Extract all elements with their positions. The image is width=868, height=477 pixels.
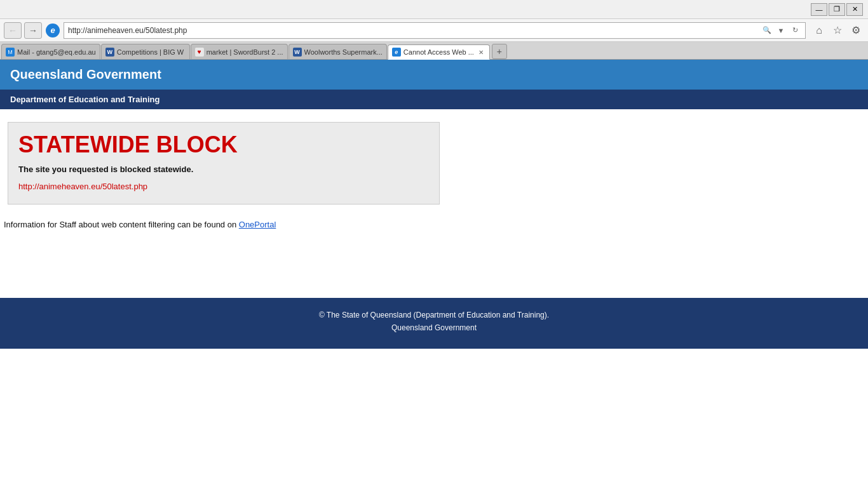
address-bar[interactable]: 🔍 ▼ ↻	[64, 22, 806, 39]
forward-button[interactable]: →	[24, 22, 42, 39]
ie-logo-icon: e	[46, 24, 60, 37]
footer-line2: Queensland Government	[6, 323, 862, 332]
footer-line1: © The State of Queensland (Department of…	[6, 311, 862, 319]
tab-label-market: market | SwordBurst 2 ...	[207, 48, 283, 56]
block-title: STATEWIDE BLOCK	[18, 131, 429, 158]
blocked-url-link[interactable]: http://animeheaven.eu/50latest.php	[18, 182, 147, 191]
tab-label-mail: Mail - gtang5@eq.edu.au	[17, 48, 96, 56]
page-header-dark: Department of Education and Training	[0, 90, 868, 109]
minimize-button[interactable]: —	[811, 3, 827, 16]
window-chrome: — ❐ ✕	[0, 0, 868, 19]
info-text: Information for Staff about web content …	[0, 210, 868, 239]
tab-favicon-woolworths: W	[293, 48, 302, 57]
tab-label-competitions: Competitions | BIG W	[117, 48, 186, 56]
tab-market[interactable]: ♥ market | SwordBurst 2 ...	[191, 44, 288, 59]
toolbar-right-buttons: ⌂ ☆ ⚙	[811, 22, 864, 39]
info-text-before: Information for Staff about web content …	[4, 220, 239, 229]
tab-label-cannot-access: Cannot Access Web ...	[403, 48, 474, 56]
close-button[interactable]: ✕	[846, 3, 863, 16]
tab-favicon-competitions: W	[105, 48, 114, 57]
department-label: Department of Education and Training	[10, 95, 159, 104]
tabs-bar: M Mail - gtang5@eq.edu.au W Competitions…	[0, 42, 868, 60]
browser-toolbar: ← → e 🔍 ▼ ↻ ⌂ ☆ ⚙	[0, 19, 868, 42]
settings-icon[interactable]: ⚙	[848, 22, 864, 39]
home-icon[interactable]: ⌂	[811, 22, 827, 39]
maximize-button[interactable]: ❐	[829, 3, 845, 16]
page-header-blue: Queensland Government	[0, 60, 868, 90]
tab-close-button[interactable]: ✕	[477, 48, 485, 57]
tab-favicon-market: ♥	[195, 48, 204, 57]
block-message: The site you requested is blocked statew…	[18, 165, 429, 174]
tab-favicon-mail: M	[6, 48, 15, 57]
address-input[interactable]	[68, 26, 758, 35]
refresh-icon[interactable]: ↻	[789, 24, 801, 37]
page-footer: © The State of Queensland (Department of…	[0, 298, 868, 349]
site-title: Queensland Government	[10, 67, 858, 82]
tab-woolworths[interactable]: W Woolworths Supermark...	[288, 44, 387, 59]
dropdown-icon[interactable]: ▼	[775, 24, 787, 37]
tab-favicon-cannot-access: e	[392, 48, 401, 57]
back-button[interactable]: ←	[4, 22, 22, 39]
block-box: STATEWIDE BLOCK The site you requested i…	[8, 122, 440, 205]
tab-competitions[interactable]: W Competitions | BIG W	[101, 44, 190, 59]
address-actions: 🔍 ▼ ↻	[761, 24, 801, 37]
tab-mail[interactable]: M Mail - gtang5@eq.edu.au	[1, 44, 100, 59]
page-content: STATEWIDE BLOCK The site you requested i…	[0, 109, 868, 247]
tab-label-woolworths: Woolworths Supermark...	[304, 48, 383, 56]
search-icon[interactable]: 🔍	[761, 24, 773, 37]
favorites-icon[interactable]: ☆	[829, 22, 846, 39]
window-controls[interactable]: — ❐ ✕	[811, 3, 863, 16]
new-tab-button[interactable]: +	[492, 44, 507, 59]
page-wrapper: Queensland Government Department of Educ…	[0, 60, 868, 349]
tab-cannot-access[interactable]: e Cannot Access Web ... ✕	[388, 44, 490, 60]
oneportal-link[interactable]: OnePortal	[239, 220, 276, 229]
